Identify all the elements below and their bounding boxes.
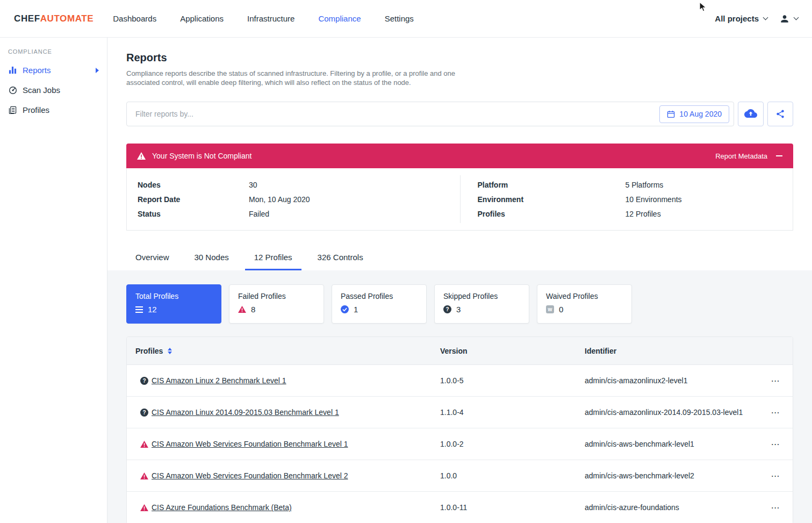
row-menu-button[interactable]: ⋯: [771, 408, 780, 417]
download-report-button[interactable]: [738, 102, 764, 126]
table-row: CIS Amazon Web Services Foundation Bench…: [127, 460, 793, 492]
nav-applications[interactable]: Applications: [180, 14, 224, 23]
profile-link[interactable]: CIS Amazon Linux 2014.09-2015.03 Benchma…: [152, 408, 339, 417]
profile-identifier: admin/cis-aws-benchmark-level2: [585, 471, 758, 480]
column-header-version: Version: [440, 347, 585, 355]
sort-icon[interactable]: [168, 348, 172, 354]
compliance-banner: Your System is Not Compliant Report Meta…: [126, 144, 793, 168]
date-picker-button[interactable]: 10 Aug 2020: [659, 105, 729, 123]
filter-reports-input[interactable]: [135, 110, 659, 118]
warning-icon: [137, 152, 146, 160]
profile-identifier: admin/cis-aws-benchmark-level1: [585, 440, 758, 448]
skipped-question-icon: ?: [140, 377, 148, 385]
report-metadata-panel: Nodes30 Report DateMon, 10 Aug 2020 Stat…: [126, 168, 793, 231]
meta-value: 5 Platforms: [626, 181, 664, 189]
profile-link[interactable]: CIS Amazon Web Services Foundation Bench…: [152, 440, 348, 448]
date-label: 10 Aug 2020: [679, 110, 722, 118]
profile-version: 1.0.0: [440, 471, 585, 480]
nav-infrastructure[interactable]: Infrastructure: [247, 14, 294, 23]
documents-icon: [8, 106, 17, 114]
passed-check-icon: [341, 305, 349, 313]
meta-label: Nodes: [138, 181, 249, 189]
logo-chef: CHEF: [14, 13, 40, 24]
logo-automate: AUTOMATE: [40, 13, 94, 24]
profile-link[interactable]: CIS Amazon Linux 2 Benchmark Level 1: [152, 376, 286, 385]
top-nav: CHEF AUTOMATE Dashboards Applications In…: [0, 0, 812, 38]
failed-icon: [238, 306, 246, 313]
banner-message: Your System is Not Compliant: [152, 152, 251, 160]
chef-automate-logo[interactable]: CHEF AUTOMATE: [14, 13, 94, 24]
filter-bar: 10 Aug 2020: [126, 102, 734, 126]
arrow-right-icon: [96, 68, 99, 73]
meta-label: Profiles: [478, 210, 626, 218]
meta-value: 10 Environments: [626, 195, 682, 204]
card-value: 8: [251, 305, 255, 314]
card-skipped-profiles[interactable]: Skipped Profiles ? 3: [434, 284, 529, 324]
tab-overview[interactable]: Overview: [126, 247, 178, 270]
table-row: ? CIS Amazon Linux 2 Benchmark Level 1 1…: [127, 365, 793, 397]
sidebar-item-label: Scan Jobs: [23, 85, 60, 95]
card-waived-profiles[interactable]: Waived Profiles w 0: [537, 284, 632, 324]
sidebar-item-profiles[interactable]: Profiles: [0, 100, 107, 120]
profile-version: 1.0.0-11: [440, 503, 585, 512]
profile-version: 1.0.0-2: [440, 440, 585, 448]
tab-nodes[interactable]: 30 Nodes: [185, 247, 238, 270]
card-label: Total Profiles: [135, 292, 212, 300]
metadata-left-column: Nodes30 Report DateMon, 10 Aug 2020 Stat…: [127, 177, 460, 221]
card-passed-profiles[interactable]: Passed Profiles 1: [332, 284, 427, 324]
card-failed-profiles[interactable]: Failed Profiles 8: [229, 284, 324, 324]
card-label: Passed Profiles: [341, 292, 418, 300]
profile-status-cards: Total Profiles 12 Failed Profiles: [126, 284, 793, 324]
share-report-button[interactable]: [767, 102, 793, 126]
tab-profiles[interactable]: 12 Profiles: [245, 247, 301, 270]
projects-dropdown[interactable]: All projects: [715, 14, 767, 23]
scanner-icon: [8, 86, 17, 95]
table-row: ? CIS Amazon Linux 2014.09-2015.03 Bench…: [127, 397, 793, 428]
user-menu[interactable]: [779, 13, 798, 24]
bar-chart-icon: [8, 66, 17, 74]
card-total-profiles[interactable]: Total Profiles 12: [126, 284, 221, 324]
meta-value: Failed: [249, 210, 269, 218]
card-value: 12: [148, 305, 157, 314]
page-title: Reports: [126, 52, 793, 64]
share-icon: [775, 109, 785, 119]
nav-dashboards[interactable]: Dashboards: [113, 14, 156, 23]
meta-label: Status: [138, 210, 249, 218]
card-value: 1: [354, 305, 358, 314]
sidebar-item-label: Reports: [23, 66, 51, 75]
table-header: Profiles Version Identifier: [127, 337, 793, 365]
main-content: Reports Compliance reports describe the …: [107, 38, 812, 523]
meta-label: Report Date: [138, 195, 249, 204]
meta-value: 30: [249, 181, 257, 189]
projects-label: All projects: [715, 14, 759, 23]
user-avatar-icon: [779, 13, 790, 24]
row-menu-button[interactable]: ⋯: [771, 503, 780, 512]
collapse-icon[interactable]: [776, 155, 782, 156]
sidebar-item-scan-jobs[interactable]: Scan Jobs: [0, 80, 107, 100]
meta-value: 12 Profiles: [626, 210, 661, 218]
profile-identifier: admin/cis-amazonlinux2-level1: [585, 376, 758, 385]
profile-version: 1.0.0-5: [440, 376, 585, 385]
profile-link[interactable]: CIS Amazon Web Services Foundation Bench…: [152, 471, 348, 480]
list-icon: [135, 306, 143, 313]
profile-link[interactable]: CIS Azure Foundations Benchmark (Beta): [152, 503, 292, 512]
nav-settings[interactable]: Settings: [385, 14, 414, 23]
chevron-down-icon: [763, 15, 768, 20]
row-menu-button[interactable]: ⋯: [771, 376, 780, 385]
card-value: 3: [456, 305, 461, 314]
table-row: CIS Amazon Web Services Foundation Bench…: [127, 428, 793, 460]
nav-compliance[interactable]: Compliance: [318, 14, 361, 23]
row-menu-button[interactable]: ⋯: [771, 440, 780, 449]
tab-controls[interactable]: 326 Controls: [308, 247, 372, 270]
report-tabs: Overview 30 Nodes 12 Profiles 326 Contro…: [126, 247, 793, 270]
sidebar-item-reports[interactable]: Reports: [0, 60, 107, 80]
column-header-identifier: Identifier: [585, 347, 758, 355]
card-label: Skipped Profiles: [443, 292, 520, 300]
table-row: CIS Azure Foundations Benchmark (Beta) 1…: [127, 492, 793, 523]
chevron-down-icon: [794, 15, 799, 20]
card-value: 0: [559, 305, 563, 314]
row-menu-button[interactable]: ⋯: [771, 471, 780, 481]
meta-label: Platform: [478, 181, 626, 189]
divider: [460, 175, 461, 223]
calendar-icon: [667, 110, 675, 118]
